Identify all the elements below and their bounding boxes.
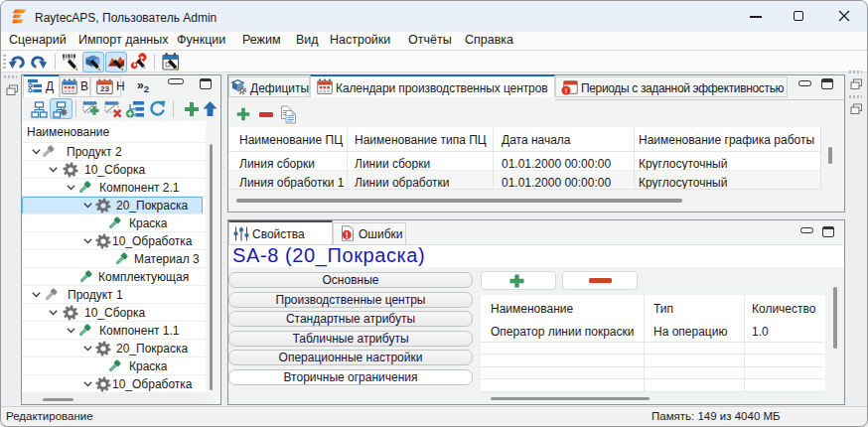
svg-text:23: 23 — [100, 84, 109, 93]
svg-text:!: ! — [565, 86, 568, 95]
